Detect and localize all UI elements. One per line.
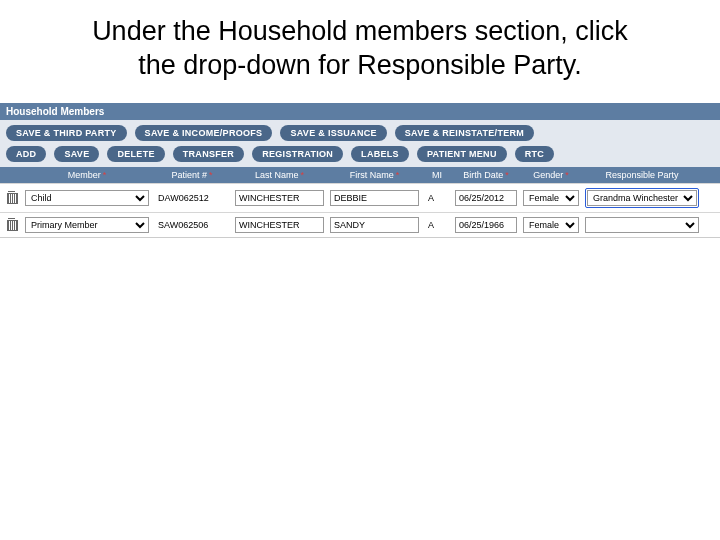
gender-select[interactable]: Female: [523, 190, 579, 206]
toolbar-button[interactable]: SAVE: [54, 146, 99, 162]
toolbar-button[interactable]: PATIENT MENU: [417, 146, 507, 162]
toolbar-button[interactable]: ADD: [6, 146, 46, 162]
required-marker: *: [301, 170, 305, 180]
col-member-label: Member: [68, 170, 101, 180]
toolbar-button[interactable]: RTC: [515, 146, 554, 162]
first-name-input[interactable]: [330, 190, 419, 206]
toolbar-row-2: ADDSAVEDELETETRANSFERREGISTRATIONLABELSP…: [0, 146, 720, 167]
table-row: ChildDAW062512AFemaleGrandma Winchester: [0, 183, 720, 212]
trash-icon[interactable]: [7, 192, 16, 203]
required-marker: *: [505, 170, 509, 180]
member-select[interactable]: Primary Member: [25, 217, 149, 233]
col-responsible-party-label: Responsible Party: [605, 170, 678, 180]
col-firstname-label: First Name: [350, 170, 394, 180]
responsible-party-select[interactable]: Grandma Winchester: [587, 190, 697, 206]
birthdate-input[interactable]: [455, 190, 517, 206]
toolbar-button[interactable]: TRANSFER: [173, 146, 244, 162]
mi-value: A: [425, 193, 437, 203]
toolbar-button[interactable]: SAVE & ISSUANCE: [280, 125, 386, 141]
toolbar-button[interactable]: DELETE: [107, 146, 164, 162]
instruction-text: Under the Household members section, cli…: [90, 15, 630, 83]
first-name-input[interactable]: [330, 217, 419, 233]
toolbar-row-1: SAVE & THIRD PARTYSAVE & INCOME/PROOFSSA…: [0, 120, 720, 146]
household-members-header: Household Members: [0, 103, 720, 120]
col-mi-label: MI: [432, 170, 442, 180]
toolbar-button[interactable]: SAVE & INCOME/PROOFS: [135, 125, 273, 141]
trash-icon[interactable]: [7, 219, 16, 230]
gender-select[interactable]: Female: [523, 217, 579, 233]
table-row: Primary MemberSAW062506AFemale: [0, 212, 720, 237]
member-select[interactable]: Child: [25, 190, 149, 206]
last-name-input[interactable]: [235, 190, 324, 206]
toolbar-button[interactable]: SAVE & THIRD PARTY: [6, 125, 127, 141]
patient-number: SAW062506: [155, 220, 211, 230]
column-headers: Member* Patient #* Last Name* First Name…: [0, 167, 720, 183]
col-birthdate-label: Birth Date: [463, 170, 503, 180]
birthdate-input[interactable]: [455, 217, 517, 233]
required-marker: *: [103, 170, 107, 180]
toolbar-button[interactable]: LABELS: [351, 146, 409, 162]
last-name-input[interactable]: [235, 217, 324, 233]
responsible-party-select[interactable]: [585, 217, 699, 233]
required-marker: *: [565, 170, 569, 180]
col-patient-label: Patient #: [171, 170, 207, 180]
patient-number: DAW062512: [155, 193, 212, 203]
mi-value: A: [425, 220, 437, 230]
required-marker: *: [209, 170, 213, 180]
data-rows-container: ChildDAW062512AFemaleGrandma WinchesterP…: [0, 183, 720, 238]
col-gender-label: Gender: [533, 170, 563, 180]
toolbar-button[interactable]: REGISTRATION: [252, 146, 343, 162]
col-lastname-label: Last Name: [255, 170, 299, 180]
required-marker: *: [396, 170, 400, 180]
toolbar-button[interactable]: SAVE & REINSTATE/TERM: [395, 125, 534, 141]
